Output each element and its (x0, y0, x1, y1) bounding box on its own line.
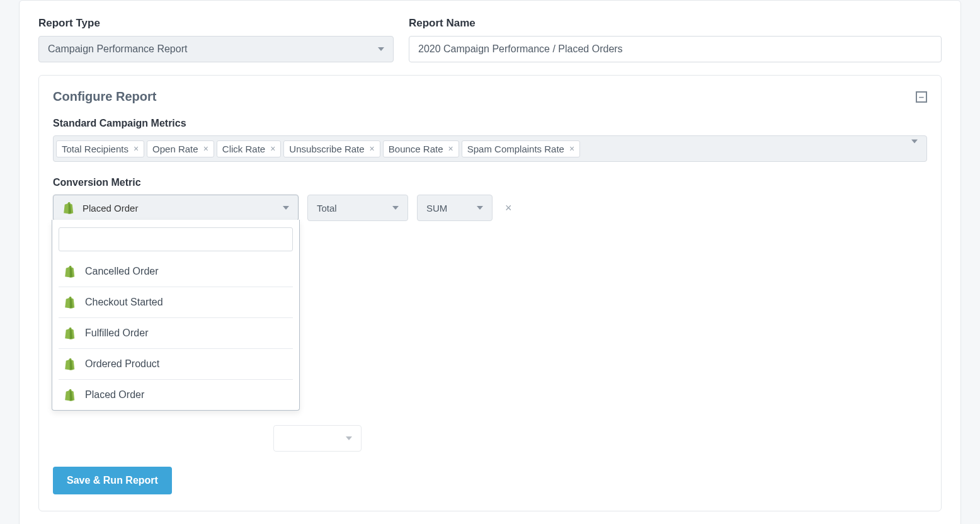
dropdown-option[interactable]: Fulfilled Order (59, 317, 293, 348)
remove-tag-icon[interactable]: × (569, 144, 574, 154)
save-run-label: Save & Run Report (67, 475, 158, 486)
option-label: Cancelled Order (85, 266, 159, 277)
chevron-down-icon (378, 47, 384, 51)
secondary-select[interactable] (273, 425, 362, 452)
metric-tag: Bounce Rate× (383, 140, 459, 157)
minus-icon: – (919, 91, 924, 102)
shopify-icon (64, 265, 75, 278)
option-label: Checkout Started (85, 297, 163, 308)
dropdown-search-input[interactable] (59, 227, 293, 251)
option-label: Fulfilled Order (85, 328, 148, 339)
clear-conversion-button[interactable]: × (501, 202, 516, 215)
configure-title: Configure Report (53, 89, 156, 104)
option-label: Ordered Product (85, 358, 159, 370)
tag-label: Unsubscribe Rate (289, 144, 364, 154)
conversion-metric-label: Conversion Metric (53, 177, 927, 188)
report-type-label: Report Type (38, 17, 394, 30)
aggregation-select-sum[interactable]: SUM (417, 195, 493, 221)
top-row: Report Type Campaign Performance Report … (38, 17, 942, 62)
chevron-down-icon (283, 206, 289, 210)
chevron-down-icon (911, 140, 918, 154)
chevron-down-icon (392, 206, 399, 210)
tag-label: Total Recipients (62, 144, 128, 154)
option-label: Placed Order (85, 389, 144, 401)
tag-label: Click Rate (222, 144, 265, 154)
remove-tag-icon[interactable]: × (270, 144, 275, 154)
report-type-field: Report Type Campaign Performance Report (38, 17, 394, 62)
collapse-button[interactable]: – (916, 91, 927, 103)
shopify-icon (64, 358, 75, 370)
report-type-value: Campaign Performance Report (48, 43, 187, 55)
secondary-row (53, 425, 927, 452)
tags-dropdown-toggle[interactable] (911, 144, 918, 154)
shopify-icon (64, 296, 75, 309)
conversion-metric-dropdown: Cancelled Order Checkout Started Fulfill… (52, 220, 300, 411)
dropdown-option[interactable]: Cancelled Order (59, 256, 293, 287)
tag-label: Bounce Rate (389, 144, 443, 154)
remove-tag-icon[interactable]: × (134, 144, 139, 154)
standard-metrics-tags[interactable]: Total Recipients× Open Rate× Click Rate×… (53, 135, 927, 162)
metric-tag: Open Rate× (147, 140, 214, 157)
tag-label: Open Rate (152, 144, 198, 154)
metric-tag: Unsubscribe Rate× (283, 140, 380, 157)
remove-tag-icon[interactable]: × (203, 144, 208, 154)
report-name-value: 2020 Campaign Performance / Placed Order… (418, 43, 623, 55)
aggregation-value: Total (317, 203, 337, 214)
save-run-button[interactable]: Save & Run Report (53, 467, 172, 494)
metric-tag: Click Rate× (217, 140, 282, 157)
conversion-metric-value: Placed Order (83, 203, 138, 214)
remove-tag-icon[interactable]: × (448, 144, 453, 154)
dropdown-option[interactable]: Placed Order (59, 379, 293, 410)
conversion-row: Placed Order Cancelled Order Checkout St… (53, 195, 927, 221)
report-name-input[interactable]: 2020 Campaign Performance / Placed Order… (409, 36, 942, 62)
shopify-icon (64, 389, 75, 401)
tag-label: Spam Complaints Rate (467, 144, 564, 154)
chevron-down-icon (477, 206, 483, 210)
metric-tag: Total Recipients× (56, 140, 144, 157)
aggregation-select-total[interactable]: Total (307, 195, 408, 221)
dropdown-options: Cancelled Order Checkout Started Fulfill… (59, 256, 293, 410)
chevron-down-icon (346, 436, 352, 440)
conversion-metric-select[interactable]: Placed Order (53, 195, 299, 221)
report-name-label: Report Name (409, 17, 942, 30)
metric-tag: Spam Complaints Rate× (462, 140, 580, 157)
shopify-icon (62, 202, 74, 214)
shopify-icon (64, 327, 75, 339)
report-name-field: Report Name 2020 Campaign Performance / … (409, 17, 942, 62)
aggregation-value: SUM (426, 203, 447, 214)
dropdown-option[interactable]: Checkout Started (59, 287, 293, 317)
standard-metrics-label: Standard Campaign Metrics (53, 118, 927, 129)
configure-section: Configure Report – Standard Campaign Met… (38, 75, 942, 511)
conversion-metric-wrap: Placed Order Cancelled Order Checkout St… (53, 195, 299, 221)
remove-tag-icon[interactable]: × (370, 144, 375, 154)
report-card: Report Type Campaign Performance Report … (19, 0, 961, 524)
report-type-select[interactable]: Campaign Performance Report (38, 36, 394, 62)
configure-header: Configure Report – (53, 89, 927, 104)
dropdown-option[interactable]: Ordered Product (59, 348, 293, 379)
